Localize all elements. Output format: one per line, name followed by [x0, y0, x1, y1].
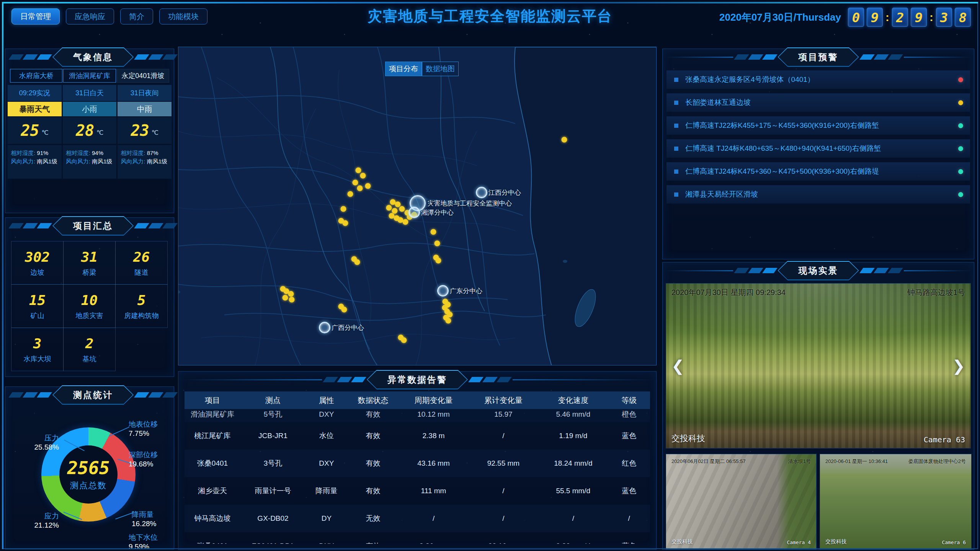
project-location-dot[interactable] [348, 191, 353, 197]
page-title: 灾害地质与工程安全智能监测云平台 [368, 7, 612, 26]
clock-digit: 8 [955, 8, 971, 27]
project-location-dot[interactable] [365, 183, 371, 189]
project-location-dot[interactable] [354, 259, 360, 265]
table-row[interactable]: 张桑04013号孔 DXY有效 43.16 mm92.55 mm 18.24 m… [185, 450, 650, 477]
project-location-dot[interactable] [434, 241, 440, 246]
tab-project-distribution[interactable]: 项目分布 [385, 62, 422, 76]
col-header-point: 测点 [240, 395, 305, 406]
project-location-dot[interactable] [436, 258, 441, 264]
status-dot-green [958, 169, 963, 174]
camera-site-label: 娄底固体废物处理中心2号 [908, 458, 966, 465]
nav-daily-management[interactable]: 日常管理 [11, 8, 60, 24]
weather-col-night: 31日夜间 中雨 23 ℃ 相对湿度: 87% 风向风力: 南风1级 [118, 85, 172, 179]
warning-item[interactable]: 湘潭县天易经开区滑坡 [666, 185, 970, 204]
monitoring-center-marker[interactable]: 湘潭分中心 [408, 207, 420, 218]
weather-station-tabs: 水府庙大桥 滑油洞尾矿库 永定0401滑坡 [10, 69, 169, 83]
camera-timestamp: 2020年06月02日 星期二 06:55:57 [671, 458, 746, 465]
status-dot-yellow [958, 100, 963, 105]
project-location-dot[interactable] [386, 205, 392, 211]
col-header-cumulative-change: 累计变化量 [469, 395, 538, 406]
table-row[interactable]: 张桑0401ZS0401-DB1 DXY有效 8.86 mm23.16mm 3.… [185, 532, 650, 544]
warning-item[interactable]: 仁博高速 TJ24标K480+635～K480+940(K941+650)右侧路… [666, 139, 970, 158]
project-location-dot[interactable] [562, 137, 567, 143]
marker-label: 湘潭分中心 [421, 208, 454, 217]
camera-thumbnail-1[interactable]: 2020年06月02日 星期二 06:55:57 清水坝1号 交投科技 Came… [666, 454, 817, 549]
tab-data-map[interactable]: 数据地图 [422, 62, 459, 76]
project-location-dot[interactable] [341, 307, 347, 313]
project-location-dot[interactable] [399, 206, 405, 212]
camera-site-label: 清水坝1号 [788, 458, 811, 465]
tab-shuifumiao-bridge[interactable]: 水府庙大桥 [10, 69, 62, 83]
warnings-panel-title: 项目预警 [799, 52, 838, 62]
bullet-square-icon [674, 101, 678, 105]
callout-deep-displacement: 深部位移19.68% [129, 450, 158, 469]
col-header-period-change: 周期变化量 [399, 395, 468, 406]
stat-geo-disasters: 10地质灾害 [63, 284, 116, 328]
camera-brand-label: 交投科技 [671, 433, 705, 444]
table-row[interactable]: 湘乡壶天雨量计一号 降雨量有效 111 mm/ 55.5 mm/d蓝色 [185, 477, 650, 505]
nav-function-modules[interactable]: 功能模块 [159, 8, 207, 24]
warning-item[interactable]: 长韶娄道林互通边坡 [666, 93, 970, 112]
stat-foundation-pits: 2基坑 [63, 328, 116, 371]
points-panel-header: 测点统计 [5, 386, 174, 404]
table-row[interactable]: 钟马高边坡GX-DB02 DY无效 // // [185, 505, 650, 532]
status-dot-green [958, 192, 963, 197]
map-panel[interactable]: 项目分布 数据地图 江西分中心灾害地质与工程安全监测中心湘潭分中心广东分中心广西… [178, 47, 657, 365]
project-location-dot[interactable] [288, 291, 294, 297]
project-location-dot[interactable] [283, 295, 288, 301]
nav-emergency-response[interactable]: 应急响应 [66, 8, 114, 24]
weather-panel: 气象信息 水府庙大桥 滑油洞尾矿库 永定0401滑坡 09:29实况 暴雨天气 … [5, 49, 174, 213]
project-location-dot[interactable] [289, 297, 295, 303]
humidity-label: 相对湿度: [11, 150, 35, 156]
stat-mines: 15矿山 [11, 284, 64, 328]
temp-value: 25 [21, 122, 39, 139]
main-nav: 日常管理 应急响应 简介 功能模块 [11, 8, 207, 24]
main-camera-view[interactable]: 2020年07月30日 星期四 09:29:34 钟马路高边坡1号 交投科技 C… [666, 283, 971, 448]
table-row[interactable]: 桃江尾矿库JCB-JR1 水位有效 2.38 m/ 1.19 m/d蓝色 [185, 422, 650, 450]
stat-buildings: 5房建构筑物 [115, 284, 168, 328]
alerts-panel-title: 异常数据告警 [387, 375, 447, 385]
points-panel-title: 测点统计 [73, 390, 113, 400]
prev-camera-arrow-icon[interactable]: ❮ [671, 357, 684, 375]
tab-huayoudong-tailings[interactable]: 滑油洞尾矿库 [63, 69, 116, 83]
warning-item[interactable]: 仁博高速TJ22标K455+175～K455+360(K916+200)右侧路堑 [666, 116, 970, 135]
bullet-square-icon [674, 147, 678, 151]
project-location-dot[interactable] [356, 168, 361, 173]
warning-item[interactable]: 仁博高速TJ24标K475+360～K475+500(K936+300)右侧路堤 [666, 162, 970, 181]
camera-id-label: Camera 4 [787, 540, 811, 545]
project-location-dot[interactable] [360, 173, 366, 179]
monitoring-center-marker[interactable]: 广西分中心 [319, 322, 330, 333]
camera-timestamp: 2020年07月30日 星期四 09:29:34 [671, 287, 786, 298]
project-location-dot[interactable] [353, 180, 358, 186]
temp-unit: ℃ [96, 129, 103, 136]
weather-col-day: 31日白天 小雨 28 ℃ 相对湿度: 94% 风向风力: 南风1级 [63, 85, 117, 179]
map-markers: 江西分中心灾害地质与工程安全监测中心湘潭分中心广东分中心广西分中心 [178, 47, 656, 365]
monitoring-center-marker[interactable]: 江西分中心 [476, 187, 487, 198]
col-header-attribute: 属性 [305, 395, 347, 406]
callout-stress: 应力21.12% [13, 512, 59, 530]
tab-yongding-0401-slope[interactable]: 永定0401滑坡 [117, 69, 169, 83]
nav-introduction[interactable]: 简介 [120, 8, 153, 24]
project-location-dot[interactable] [401, 337, 407, 343]
clock-digit: 0 [848, 8, 864, 27]
project-location-dot[interactable] [446, 318, 451, 324]
stat-slopes: 302边坡 [11, 241, 64, 285]
marker-ring-icon [437, 285, 449, 297]
project-location-dot[interactable] [343, 220, 348, 226]
warning-item[interactable]: 张桑高速永定服务区4号滑坡体（0401） [666, 70, 970, 89]
project-location-dot[interactable] [357, 186, 363, 191]
warning-text: 仁博高速TJ22标K455+175～K455+360(K916+200)右侧路堑 [685, 121, 958, 130]
project-location-dot[interactable] [403, 219, 408, 225]
weather-grid: 09:29实况 暴雨天气 25 ℃ 相对湿度: 91% 风向风力: 南风1级 3… [8, 85, 172, 179]
wind-label: 风向风力: [11, 158, 35, 165]
project-location-dot[interactable] [341, 206, 346, 212]
humidity-value: 87% [147, 150, 158, 156]
project-location-dot[interactable] [431, 229, 436, 235]
weather-period: 31日夜间 [118, 85, 172, 101]
clock-digit: 9 [911, 8, 927, 27]
table-row[interactable]: 滑油洞尾矿库5号孔 DXY有效 10.12 mm15.97 5.46 mm/d橙… [185, 409, 650, 422]
next-camera-arrow-icon[interactable]: ❯ [952, 357, 965, 375]
camera-thumbnail-2[interactable]: 2020-06-01 星期一 10:36:41 娄底固体废物处理中心2号 交投科… [820, 454, 972, 549]
monitoring-center-marker[interactable]: 广东分中心 [437, 285, 449, 297]
marker-label: 广西分中心 [332, 323, 364, 332]
